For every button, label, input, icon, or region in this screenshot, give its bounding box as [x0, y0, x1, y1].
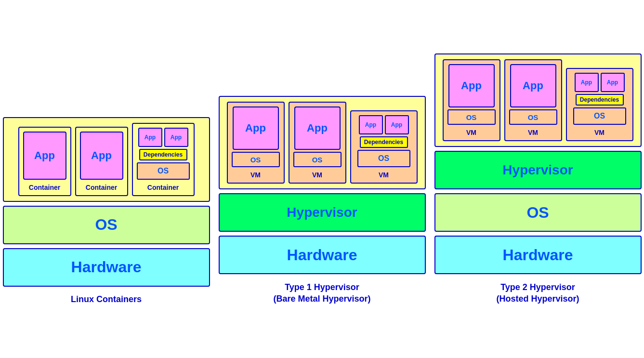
t2-vm1-app: App	[448, 64, 495, 107]
t2-vm1-label: VM	[466, 129, 476, 136]
vm-1-type2: App OS VM	[443, 59, 500, 141]
hardware-layer-linux: Hardware	[3, 248, 210, 287]
vms-row-type2: App OS VM App OS VM App App	[440, 59, 636, 141]
column-linux: App Container App Container App App Depe…	[3, 117, 210, 305]
vms-row-type1: App OS VM App OS VM App App Dependencies	[219, 96, 426, 189]
os-layer-type2: OS	[434, 193, 642, 232]
t2-vm3-dep: Dependencies	[576, 94, 624, 106]
two-apps-row-c: App App	[138, 128, 188, 147]
t2-vm2-label: VM	[528, 129, 538, 136]
vm-3-type1: App App Dependencies OS VM	[350, 110, 418, 184]
column-type1: App OS VM App OS VM App App Dependencies	[219, 96, 426, 305]
vms-section-type2: App OS VM App OS VM App App	[434, 53, 642, 147]
app-block-2: App	[80, 132, 123, 180]
vm-3-type2: App App Dependencies OS VM	[566, 68, 633, 141]
vm2-app: App	[294, 106, 341, 150]
vm2-os: OS	[293, 152, 342, 167]
vm2-label: VM	[312, 171, 322, 179]
container-label-2: Container	[86, 184, 117, 191]
vm3-dep: Dependencies	[360, 136, 408, 148]
two-apps-row-v2: App App	[575, 73, 625, 92]
diagram-wrapper: App Container App Container App App Depe…	[0, 44, 644, 314]
vm1-app: App	[233, 106, 279, 150]
hardware-layer-type1: Hardware	[219, 236, 426, 274]
mini-app-2: App	[164, 128, 188, 147]
t2-vm2-app: App	[510, 64, 556, 107]
vm3-os: OS	[357, 150, 410, 167]
column-type2: App OS VM App OS VM App App	[434, 53, 642, 305]
vm-1-type1: App OS VM	[227, 102, 285, 184]
os-layer-linux: OS	[3, 206, 210, 244]
t2-vm3-mini-app-2: App	[601, 73, 625, 92]
hardware-layer-type2: Hardware	[434, 236, 642, 274]
container-1: App Container	[18, 127, 71, 196]
container-3: App App Dependencies OS Container	[132, 123, 195, 196]
os-block-c: OS	[137, 162, 190, 180]
linux-label: Linux Containers	[71, 294, 142, 305]
container-label-3: Container	[147, 184, 179, 191]
container-label-1: Container	[29, 184, 60, 191]
t2-vm3-label: VM	[594, 129, 605, 136]
t2-vm3-os: OS	[573, 107, 626, 125]
two-apps-row-v1: App App	[359, 115, 409, 134]
vm-2-type2: App OS VM	[504, 59, 562, 141]
mini-app-1: App	[138, 128, 162, 147]
app-block-1: App	[23, 132, 66, 180]
vm1-os: OS	[232, 152, 280, 167]
vm3-mini-app-2: App	[385, 115, 409, 134]
hypervisor-layer-type1: Hypervisor	[219, 193, 426, 232]
hypervisor-layer-type2: Hypervisor	[434, 151, 642, 189]
vm1-label: VM	[250, 171, 261, 179]
containers-row: App Container App Container App App Depe…	[3, 117, 210, 202]
container-2: App Container	[75, 127, 128, 196]
vm3-mini-app-1: App	[359, 115, 383, 134]
type1-label: Type 1 Hypervisor(Bare Metal Hypervisor)	[273, 282, 370, 305]
t2-vm1-os: OS	[447, 109, 496, 125]
vm3-label: VM	[379, 171, 389, 179]
t2-vm2-os: OS	[509, 109, 557, 125]
type2-label: Type 2 Hypervisor(Hosted Hypervisor)	[496, 282, 579, 305]
dep-block-c: Dependencies	[139, 149, 187, 160]
t2-vm3-mini-app-1: App	[575, 73, 599, 92]
vm-2-type1: App OS VM	[289, 102, 346, 184]
